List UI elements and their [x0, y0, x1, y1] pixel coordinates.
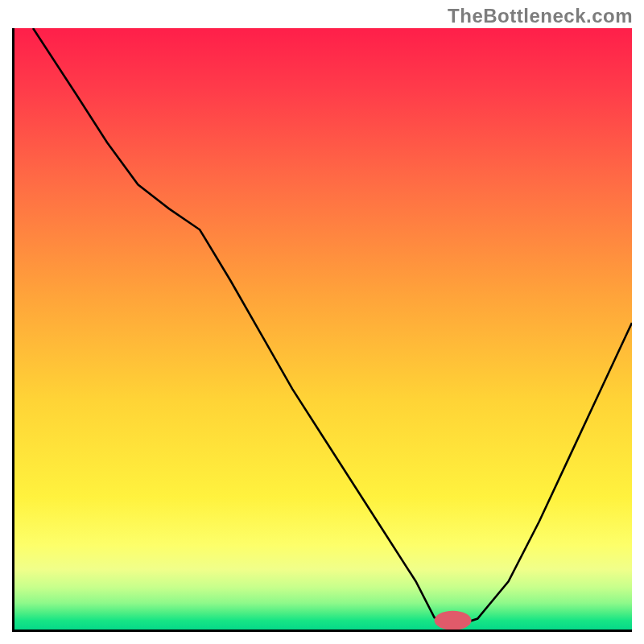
- watermark-text: TheBottleneck.com: [448, 5, 633, 27]
- gradient-background: [14, 28, 632, 630]
- chart-frame: TheBottleneck.com: [0, 0, 644, 644]
- marker-point: [435, 611, 472, 630]
- plot-area: [12, 28, 632, 632]
- chart-svg: [14, 28, 632, 630]
